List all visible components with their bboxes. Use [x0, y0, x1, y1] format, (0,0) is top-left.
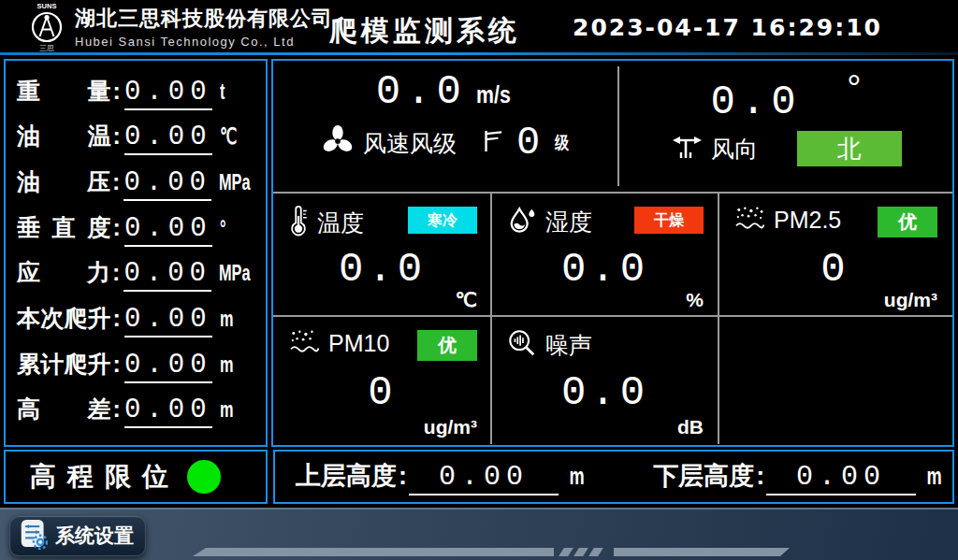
sensor-label: PM2.5 [774, 207, 841, 234]
metric-value: 0.00 [124, 304, 212, 337]
metric-unit: ℃ [220, 123, 245, 150]
sensor-cell-pm25: PM2.5 优 0 ug/m³ [720, 194, 951, 315]
layer-heights-panel: 上层高度 : 0.00 m 下层高度 : 0.00 m [273, 450, 954, 504]
header-bar: SUNS 三思 湖北三思科技股份有限公司 Hubei Sansi Technol… [0, 0, 958, 52]
sensor-value: 0.0 [494, 369, 717, 416]
sensor-cell-empty [720, 317, 951, 442]
upper-height-group: 上层高度 : 0.00 m [296, 459, 588, 495]
metric-row-verticality: 垂直度 : 0.00 ° [17, 212, 256, 247]
metric-label: 本次爬升 [17, 303, 111, 334]
metric-row-weight: 重量 : 0.00 t [17, 76, 256, 110]
sensor-unit: dB [677, 416, 704, 438]
metric-row-height-diff: 高差 : 0.00 m [17, 394, 256, 428]
metric-unit: m [220, 352, 245, 378]
wind-speed-unit: m/s [476, 80, 511, 109]
upper-height-label: 上层高度 [296, 459, 397, 493]
metric-unit: ° [220, 215, 245, 241]
sensor-label: 湿度 [545, 207, 592, 237]
lower-height-unit: m [927, 462, 942, 491]
sensor-cell-pm10: PM10 优 0 ug/m³ [275, 317, 490, 442]
footer-stripe-slash [559, 548, 573, 556]
temperature-status-badge: 寒冷 [408, 207, 477, 234]
upper-height-value: 0.00 [409, 461, 559, 495]
pm10-status-badge: 优 [417, 330, 477, 361]
metric-colon: : [113, 305, 121, 332]
metric-unit: m [220, 306, 245, 332]
metric-row-oil-pressure: 油压 : 0.00 MPa [17, 166, 256, 201]
metric-label: 高差 [17, 394, 111, 424]
humidity-status-badge: 干燥 [634, 207, 704, 234]
sensor-cell-temperature: 温度 寒冷 0.0 ℃ [275, 194, 490, 315]
lower-height-group: 下层高度 : 0.00 m [653, 459, 945, 495]
metric-colon: : [112, 259, 120, 286]
wind-direction-label: 风向 [711, 134, 758, 165]
logo-top-text: SUNS [37, 2, 57, 10]
fan-icon [320, 123, 356, 163]
company-name-block: 湖北三思科技股份有限公司 Hubei Sansi Technology Co.,… [75, 5, 333, 49]
metric-label: 油温 [17, 121, 111, 151]
lower-height-label: 下层高度 [653, 459, 754, 493]
metric-unit: MPa [219, 169, 244, 195]
metric-row-oil-temp: 油温 : 0.00 ℃ [17, 121, 256, 155]
system-settings-button[interactable]: 系统设置 [9, 515, 146, 556]
metric-unit: MPa [219, 260, 244, 286]
wind-direction-section: 0.0 ° 风向 北 [619, 61, 952, 192]
wind-direction-unit: ° [847, 68, 861, 108]
metric-value: 0.00 [124, 395, 212, 428]
wind-level-flag-icon [481, 128, 503, 158]
footer-stripe [614, 548, 790, 556]
footer-bar: 系统设置 [0, 508, 958, 560]
metric-colon: : [113, 78, 121, 105]
elevation-limit-panel: 高程限位 [4, 450, 268, 504]
settings-sliders-icon [20, 518, 48, 553]
page-title: 爬模监测系统 [329, 12, 520, 50]
metrics-panel: 重量 : 0.00 t 油温 : 0.00 ℃ 油压 : 0.00 MPa 垂直… [4, 59, 268, 447]
metric-colon: : [113, 214, 121, 241]
elevation-limit-status-light [187, 460, 221, 494]
metric-value: 0.00 [124, 122, 212, 155]
grid-line-v2 [718, 192, 719, 444]
sensor-cell-noise: 噪声 0.0 dB [494, 317, 717, 442]
footer-stripe-slash [573, 548, 588, 556]
metric-colon: : [113, 351, 121, 378]
settings-button-label: 系统设置 [55, 523, 134, 549]
noise-meter-icon [507, 328, 537, 362]
environment-panel: 0.0 m/s 风速风级 [271, 59, 954, 447]
pm25-status-badge: 优 [878, 207, 937, 237]
metric-label: 应力 [17, 257, 110, 288]
metric-value: 0.00 [123, 167, 211, 201]
metric-label: 重量 [17, 76, 111, 107]
metric-row-current-climb: 本次爬升 : 0.00 m [17, 303, 256, 337]
metric-colon: : [113, 395, 121, 423]
upper-height-colon: : [399, 462, 407, 491]
sensor-cell-humidity: 湿度 干燥 0.0 % [494, 194, 717, 315]
elevation-limit-label: 高程限位 [30, 459, 180, 495]
metric-unit: t [220, 79, 245, 105]
metric-value: 0.00 [124, 77, 212, 110]
footer-stripe [193, 548, 554, 556]
sensor-value: 0.0 [494, 246, 717, 293]
sensor-label: PM10 [328, 330, 389, 357]
sensor-label: 噪声 [545, 330, 592, 361]
wind-direction-value: 0.0 [711, 79, 802, 125]
metric-label: 油压 [17, 166, 110, 197]
logo-bottom-text: 三思 [39, 44, 54, 52]
wind-level-unit: 级 [555, 131, 569, 155]
lower-height-colon: : [756, 462, 764, 491]
metric-row-total-climb: 累计爬升 : 0.00 m [17, 349, 256, 383]
company-logo: SUNS 三思 [22, 1, 71, 56]
sensor-value: 0 [275, 369, 490, 416]
metric-colon: : [112, 168, 120, 195]
sensor-unit: ug/m³ [884, 289, 937, 311]
company-name-cn: 湖北三思科技股份有限公司 [75, 5, 333, 33]
wind-direction-badge: 北 [797, 131, 902, 166]
company-name-en: Hubei Sansi Technology Co., Ltd [75, 35, 333, 49]
datetime-display: 2023-04-17 16:29:10 [573, 14, 882, 41]
wind-speed-label: 风速风级 [363, 128, 457, 159]
sensor-label: 温度 [317, 208, 364, 238]
sensor-value: 0 [720, 246, 951, 293]
sensor-value: 0.0 [275, 246, 490, 293]
sensor-unit: % [686, 289, 704, 311]
wind-level-value: 0 [516, 121, 540, 165]
footer-stripe-slash [588, 548, 603, 556]
